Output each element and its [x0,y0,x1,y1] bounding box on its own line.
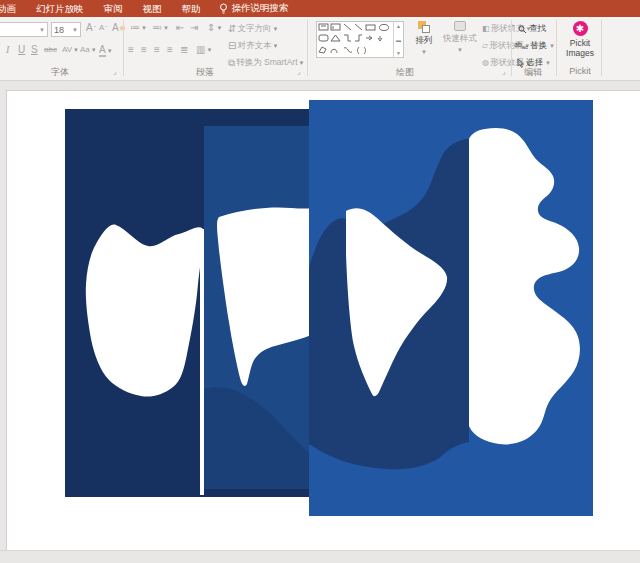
align-center-icon[interactable]: ≡ [141,45,147,55]
text-direction-button[interactable]: ⇵ 文字方向▼ [228,23,278,35]
canvas-bottom-strip [0,550,640,563]
increase-indent-icon[interactable]: ⇥ [190,23,198,33]
scroll-more-icon[interactable]: ▼ [396,50,401,56]
strikethrough-button[interactable]: abc [44,45,57,55]
font-name-combo[interactable]: ▼ [0,22,48,37]
slide[interactable] [6,90,640,550]
underline-button[interactable]: U [18,45,25,55]
font-color-button[interactable]: A▼ [99,45,113,57]
font-size-value: 18 [54,25,64,35]
change-case-button[interactable]: Aa▼ [80,45,97,55]
editing-canvas [0,81,640,563]
grow-font-button[interactable]: Aˆ [86,23,96,33]
justify-icon[interactable]: ≡ [167,45,173,55]
replace-icon: abac [514,41,528,50]
decrease-indent-icon[interactable]: ⇤ [176,23,184,33]
tab-slideshow[interactable]: 幻灯片放映 [26,0,94,17]
tell-me-label: 操作说明搜索 [232,2,289,15]
slide-artwork[interactable] [1,82,640,542]
search-icon [518,25,527,34]
find-button[interactable]: 查找 [518,23,546,35]
numbering-button[interactable]: ≕▼ [152,23,169,33]
shape-effects-icon: ◍ [482,58,489,68]
paragraph-group-label: 段落 [175,66,235,79]
tab-help[interactable]: 帮助 [172,0,211,17]
ribbon-tab-bar: 动画 幻灯片放映 审阅 视图 帮助 操作说明搜索 [0,0,640,17]
scroll-divider: ▬ [396,37,401,43]
bullets-button[interactable]: ≔▼ [130,23,147,33]
columns-button[interactable]: ▥▼ [196,45,212,55]
font-group-label: 字体 [30,66,90,79]
text-direction-icon: ⇵ [228,24,236,34]
scroll-up-icon[interactable]: ▲ [396,23,401,29]
shrink-font-button[interactable]: Aˇ [99,23,107,33]
align-text-icon: ⊟ [228,41,236,51]
line-spacing-button[interactable]: ⇕▼ [207,23,222,33]
tell-me-search[interactable]: 操作说明搜索 [211,2,297,15]
replace-button[interactable]: abac 替换▼ [514,40,555,52]
shape-fill-icon: ◧ [482,24,490,34]
pickit-images-button[interactable]: ✱ Pickit Images [561,21,599,65]
shapes-gallery-scrollbar[interactable]: ▲ ▬ ▼ [393,22,403,57]
shape-outline-icon: ▱ [482,41,488,51]
pickit-group-label: Pickit [555,66,605,76]
quick-styles-button[interactable]: 快速样式 ▼ [441,21,479,65]
paragraph-dialog-launcher[interactable]: ⌟ [297,67,301,76]
shapes-gallery[interactable]: ▲ ▬ ▼ [316,21,404,58]
tab-review[interactable]: 审阅 [94,0,133,17]
quick-styles-icon [454,21,466,31]
align-right-icon[interactable]: ≡ [154,45,160,55]
align-text-button[interactable]: ⊟ 对齐文本▼ [228,40,278,52]
tab-view[interactable]: 视图 [133,0,172,17]
character-spacing-button[interactable]: AV▼ [62,45,79,55]
white-stripe-left[interactable] [200,229,204,495]
font-size-combo[interactable]: 18 ▼ [51,22,81,37]
editing-group-label: 编辑 [508,66,558,79]
pickit-logo-icon: ✱ [573,21,588,36]
lightbulb-icon [219,3,228,14]
convert-smartart-button[interactable]: ⧉ 转换为 SmartArt▼ [228,57,305,69]
align-left-icon[interactable]: ≡ [128,45,134,55]
italic-button[interactable]: I [6,45,9,55]
distribute-icon[interactable]: ≣ [180,45,188,55]
arrange-button[interactable]: 排列 ▼ [408,21,440,65]
font-dialog-launcher[interactable]: ⌟ [113,67,117,76]
ribbon-home: ▼ 18 ▼ Aˆ Aˇ A I U S abc AV▼ Aa▼ A▼ 字体 ⌟… [0,17,640,81]
drawing-group-label: 绘图 [380,66,430,79]
drawing-dialog-launcher[interactable]: ⌟ [502,67,506,76]
arrange-icon [418,21,430,33]
shapes-gallery-icons [317,22,391,56]
tab-animations[interactable]: 动画 [0,0,26,17]
text-shadow-button[interactable]: S [31,45,38,55]
